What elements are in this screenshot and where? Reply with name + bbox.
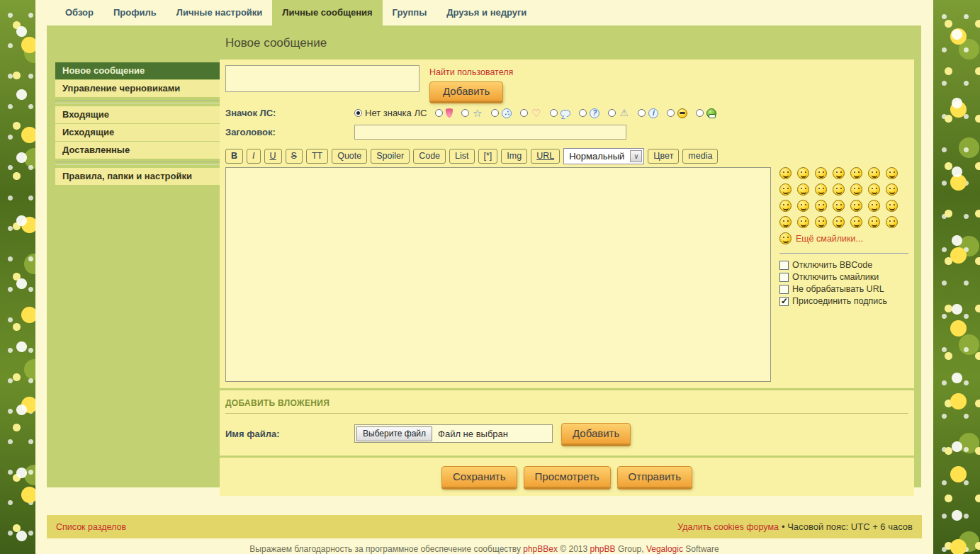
board-index-link[interactable]: Список разделов — [56, 522, 126, 532]
code-button[interactable]: Code — [413, 149, 446, 164]
checkbox-icon[interactable] — [779, 273, 789, 282]
laugh-cry-smiley-icon[interactable] — [833, 183, 845, 196]
strikethrough-button[interactable]: S — [286, 149, 303, 164]
sidebar-item-rules-folders[interactable]: Правила, папки и настройки — [55, 168, 220, 185]
shout-smiley-icon[interactable] — [815, 183, 827, 196]
sidebar-item-outbox[interactable]: Исходящие — [55, 124, 220, 141]
checkbox-checked-icon[interactable] — [779, 297, 789, 306]
option-row[interactable]: Присоединить подпись — [779, 296, 908, 306]
pm-icon-option[interactable]: ? — [579, 108, 599, 118]
teletype-button[interactable]: TT — [306, 149, 328, 164]
delete-cookies-link[interactable]: Удалить cookies форума — [677, 522, 779, 532]
giggle-smiley-icon[interactable] — [797, 200, 809, 212]
radio-icon[interactable] — [550, 109, 558, 117]
pm-icon-option[interactable]: ☆ — [461, 108, 483, 118]
more-smilies-link[interactable]: Ещё смайлики... — [796, 234, 863, 244]
pm-icon-option[interactable] — [696, 108, 716, 118]
radio-icon[interactable] — [579, 109, 587, 117]
monocle-smiley-icon[interactable] — [779, 200, 792, 212]
spoiler-button[interactable]: Spoiler — [371, 149, 410, 164]
pm-icon-option[interactable]: ⚠ — [608, 108, 629, 118]
pray-smiley-icon[interactable] — [779, 216, 792, 228]
radio-icon[interactable] — [638, 109, 646, 117]
tab-groups[interactable]: Группы — [383, 0, 437, 26]
img-button[interactable]: Img — [501, 149, 527, 164]
blush-smiley-icon[interactable] — [868, 183, 880, 196]
pm-icon-option[interactable] — [667, 108, 687, 118]
message-textarea[interactable] — [225, 167, 771, 382]
save-button[interactable]: Сохранить — [441, 466, 517, 487]
pm-icon-option[interactable] — [550, 109, 570, 117]
checkbox-icon[interactable] — [779, 285, 789, 294]
confused-smiley-icon[interactable] — [886, 216, 898, 228]
option-row[interactable]: Не обрабатывать URL — [779, 284, 908, 294]
font-size-select[interactable]: Нормальный — [563, 148, 644, 164]
dizzy-smiley-icon[interactable] — [797, 183, 809, 196]
italic-button[interactable]: I — [247, 149, 260, 164]
tab-friends-foes[interactable]: Друзья и недруги — [437, 0, 536, 26]
pm-icon-none-option[interactable]: Нет значка ЛС — [354, 108, 427, 118]
list-button[interactable]: List — [449, 149, 474, 164]
option-row[interactable]: Отключить смайлики — [779, 272, 908, 282]
bold-button[interactable]: B — [225, 149, 243, 164]
help-smiley-icon[interactable] — [886, 183, 898, 196]
tongue-smiley-icon[interactable] — [850, 183, 862, 196]
happy-smiley-icon[interactable] — [815, 167, 827, 179]
subject-input[interactable] — [354, 125, 626, 140]
sidebar-item-new-message[interactable]: Новое сообщение — [55, 62, 220, 79]
sidebar-item-inbox[interactable]: Входящие — [55, 106, 220, 123]
quote-button[interactable]: Quote — [332, 149, 367, 164]
radio-icon[interactable] — [520, 109, 528, 117]
hand-laugh-smiley-icon[interactable] — [815, 216, 827, 228]
surprised-smiley-icon[interactable] — [779, 183, 792, 196]
sad-smiley-icon[interactable] — [850, 167, 862, 179]
list-item-button[interactable]: [*] — [478, 149, 498, 164]
worried-smiley-icon[interactable] — [868, 200, 880, 212]
tab-personal-settings[interactable]: Личные настройки — [167, 0, 273, 26]
media-button[interactable]: media — [682, 149, 718, 164]
radio-icon[interactable] — [461, 109, 469, 117]
sidebar-item-manage-drafts[interactable]: Управление черновиками — [55, 80, 220, 97]
chuckle-smiley-icon[interactable] — [797, 216, 809, 228]
phpbbex-link[interactable]: phpBBex — [523, 544, 558, 554]
vegalogic-link[interactable]: Vegalogic — [646, 544, 683, 554]
radio-icon[interactable] — [667, 109, 675, 117]
radio-icon[interactable] — [435, 109, 443, 117]
sidebar-item-sent[interactable]: Доставленные — [55, 142, 220, 159]
color-button[interactable]: Цвет — [648, 149, 679, 164]
send-button[interactable]: Отправить — [617, 466, 692, 487]
choose-file-button[interactable]: Выберите файл — [356, 426, 432, 441]
wink-smiley-icon[interactable] — [850, 216, 862, 228]
pm-icon-option[interactable]: ∴ — [491, 108, 512, 118]
bandit-smiley-icon[interactable] — [868, 216, 880, 228]
pm-icon-option[interactable]: i — [638, 108, 658, 118]
pm-icon-option[interactable] — [435, 108, 453, 118]
radio-selected-icon[interactable] — [354, 109, 362, 117]
whistle-smiley-icon[interactable] — [833, 216, 845, 228]
checkbox-icon[interactable] — [779, 261, 789, 270]
phpbb-link[interactable]: phpBB — [590, 544, 616, 554]
radio-icon[interactable] — [491, 109, 499, 117]
eye-roll-smiley-icon[interactable] — [886, 200, 898, 212]
file-input[interactable]: Выберите файл Файл не выбран — [354, 424, 553, 443]
pm-icon-option[interactable]: ♡ — [520, 108, 541, 118]
angry-eyes-smiley-icon[interactable] — [850, 200, 862, 212]
evil-smiley-icon[interactable] — [833, 167, 845, 179]
angry-smiley-icon[interactable] — [868, 167, 880, 179]
recipients-input[interactable] — [225, 65, 419, 92]
preview-button[interactable]: Просмотреть — [524, 466, 611, 487]
find-user-link[interactable]: Найти пользователя — [429, 67, 513, 77]
add-attachment-button[interactable]: Добавить — [561, 423, 631, 444]
tab-overview[interactable]: Обзор — [55, 0, 103, 26]
tab-private-messages[interactable]: Личные сообщения — [272, 0, 382, 26]
wave-smiley-icon[interactable] — [779, 167, 792, 179]
url-button[interactable]: URL — [531, 149, 560, 164]
grin-smiley-icon[interactable] — [815, 200, 827, 212]
big-laugh-smiley-icon[interactable] — [833, 200, 845, 212]
scream-smiley-icon[interactable] — [779, 232, 792, 244]
smile-smiley-icon[interactable] — [797, 167, 809, 179]
radio-icon[interactable] — [608, 109, 616, 117]
option-row[interactable]: Отключить BBCode — [779, 260, 908, 270]
tab-profile[interactable]: Профиль — [103, 0, 167, 26]
chevron-down-icon[interactable] — [630, 150, 642, 162]
